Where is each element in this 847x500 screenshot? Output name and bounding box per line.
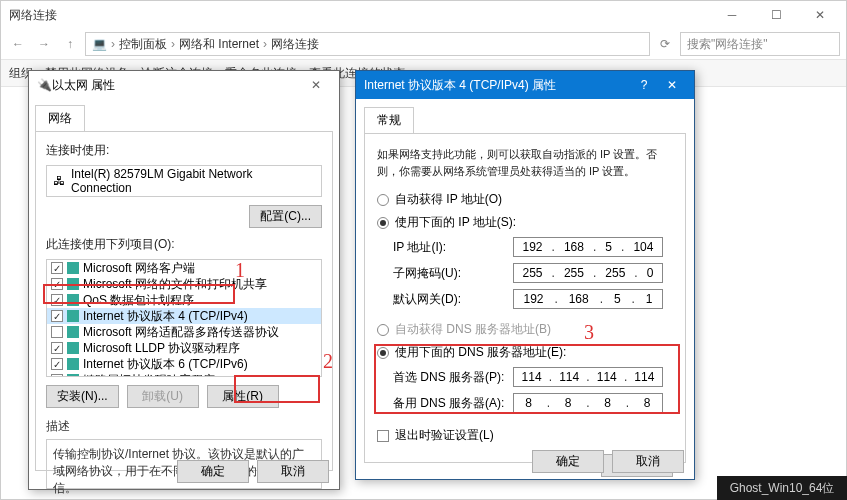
nav-up-icon[interactable]: ↑ bbox=[59, 33, 81, 55]
ethernet-icon: 🔌 bbox=[37, 78, 52, 92]
list-item-label: Internet 协议版本 6 (TCP/IPv6) bbox=[83, 356, 248, 373]
protocol-icon bbox=[67, 374, 79, 377]
configure-button[interactable]: 配置(C)... bbox=[249, 205, 322, 228]
description-label: 描述 bbox=[46, 418, 322, 435]
mask-input[interactable]: 255.255.255.0 bbox=[513, 263, 663, 283]
radio-manual-ip[interactable]: 使用下面的 IP 地址(S): bbox=[377, 214, 673, 231]
list-item-label: Microsoft 网络适配器多路传送器协议 bbox=[83, 324, 279, 341]
adns-label: 备用 DNS 服务器(A): bbox=[393, 395, 513, 412]
dialog-title: 以太网 属性 bbox=[52, 77, 301, 94]
window-title: 网络连接 bbox=[5, 7, 710, 24]
cancel-button[interactable]: 取消 bbox=[257, 460, 329, 483]
protocol-icon bbox=[67, 294, 79, 306]
network-icon: 💻 bbox=[92, 37, 107, 51]
maximize-button[interactable]: ☐ bbox=[754, 1, 798, 29]
checkbox-icon[interactable]: ✓ bbox=[51, 262, 63, 274]
list-item[interactable]: ✓Microsoft 网络的文件和打印机共享 bbox=[47, 276, 321, 292]
dialog-titlebar: 🔌 以太网 属性 ✕ bbox=[29, 71, 339, 99]
protocol-icon bbox=[67, 326, 79, 338]
checkbox-icon[interactable]: ✓ bbox=[51, 278, 63, 290]
list-item-label: Microsoft 网络客户端 bbox=[83, 260, 195, 277]
list-item-label: Internet 协议版本 4 (TCP/IPv4) bbox=[83, 308, 248, 325]
adns-input[interactable]: 8.8.8.8 bbox=[513, 393, 663, 413]
list-item[interactable]: ✓链路层拓扑发现响应程序 bbox=[47, 372, 321, 377]
checkbox-icon[interactable]: ✓ bbox=[51, 374, 63, 377]
gw-input[interactable]: 192.168.5.1 bbox=[513, 289, 663, 309]
connect-using-label: 连接时使用: bbox=[46, 142, 322, 159]
breadcrumb[interactable]: 💻 › 控制面板 › 网络和 Internet › 网络连接 bbox=[85, 32, 650, 56]
dialog-title: Internet 协议版本 4 (TCP/IPv4) 属性 bbox=[364, 77, 630, 94]
checkbox-icon[interactable]: ✓ bbox=[51, 342, 63, 354]
checkbox-icon[interactable]: ✓ bbox=[51, 294, 63, 306]
list-item[interactable]: Microsoft 网络适配器多路传送器协议 bbox=[47, 324, 321, 340]
help-icon[interactable]: ? bbox=[630, 78, 658, 92]
cancel-button[interactable]: 取消 bbox=[612, 450, 684, 473]
nav-forward-icon[interactable]: → bbox=[33, 33, 55, 55]
list-item-label: QoS 数据包计划程序 bbox=[83, 292, 194, 309]
close-icon[interactable]: ✕ bbox=[301, 78, 331, 92]
list-item[interactable]: ✓Microsoft LLDP 协议驱动程序 bbox=[47, 340, 321, 356]
checkbox-icon[interactable]: ✓ bbox=[51, 310, 63, 322]
protocol-icon bbox=[67, 262, 79, 274]
nav-back-icon[interactable]: ← bbox=[7, 33, 29, 55]
ethernet-properties-dialog: 🔌 以太网 属性 ✕ 网络 连接时使用: 🖧 Intel(R) 82579LM … bbox=[28, 70, 340, 490]
tab-general[interactable]: 常规 bbox=[364, 107, 414, 133]
search-input[interactable]: 搜索"网络连接" bbox=[680, 32, 840, 56]
list-item-label: Microsoft LLDP 协议驱动程序 bbox=[83, 340, 240, 357]
nic-field: 🖧 Intel(R) 82579LM Gigabit Network Conne… bbox=[46, 165, 322, 197]
protocol-icon bbox=[67, 358, 79, 370]
list-item[interactable]: ✓QoS 数据包计划程序 bbox=[47, 292, 321, 308]
pdns-label: 首选 DNS 服务器(P): bbox=[393, 369, 513, 386]
list-item-label: Microsoft 网络的文件和打印机共享 bbox=[83, 276, 267, 293]
validate-checkbox[interactable]: 退出时验证设置(L) bbox=[377, 427, 673, 444]
pdns-input[interactable]: 114.114.114.114 bbox=[513, 367, 663, 387]
protocol-icon bbox=[67, 310, 79, 322]
help-text: 如果网络支持此功能，则可以获取自动指派的 IP 设置。否则，你需要从网络系统管理… bbox=[377, 146, 673, 179]
radio-auto-ip[interactable]: 自动获得 IP 地址(O) bbox=[377, 191, 673, 208]
close-icon[interactable]: ✕ bbox=[658, 78, 686, 92]
refresh-icon[interactable]: ⟳ bbox=[654, 33, 676, 55]
gw-label: 默认网关(D): bbox=[393, 291, 513, 308]
list-item[interactable]: ✓Microsoft 网络客户端 bbox=[47, 260, 321, 276]
taskbar-fragment: Ghost_Win10_64位 bbox=[717, 476, 847, 500]
checkbox-icon[interactable]: ✓ bbox=[51, 358, 63, 370]
uninstall-button: 卸载(U) bbox=[127, 385, 199, 408]
list-item[interactable]: ✓Internet 协议版本 6 (TCP/IPv6) bbox=[47, 356, 321, 372]
items-label: 此连接使用下列项目(O): bbox=[46, 236, 322, 253]
minimize-button[interactable]: ─ bbox=[710, 1, 754, 29]
properties-button[interactable]: 属性(R) bbox=[207, 385, 279, 408]
tab-network[interactable]: 网络 bbox=[35, 105, 85, 131]
address-bar: ← → ↑ 💻 › 控制面板 › 网络和 Internet › 网络连接 ⟳ 搜… bbox=[1, 29, 846, 59]
ok-button[interactable]: 确定 bbox=[177, 460, 249, 483]
ipv4-properties-dialog: Internet 协议版本 4 (TCP/IPv4) 属性 ? ✕ 常规 如果网… bbox=[355, 70, 695, 480]
list-item[interactable]: ✓Internet 协议版本 4 (TCP/IPv4) bbox=[47, 308, 321, 324]
protocol-list[interactable]: ✓Microsoft 网络客户端✓Microsoft 网络的文件和打印机共享✓Q… bbox=[46, 259, 322, 377]
list-item-label: 链路层拓扑发现响应程序 bbox=[83, 372, 215, 378]
nic-name: Intel(R) 82579LM Gigabit Network Connect… bbox=[71, 167, 315, 195]
checkbox-icon[interactable] bbox=[51, 326, 63, 338]
mask-label: 子网掩码(U): bbox=[393, 265, 513, 282]
protocol-icon bbox=[67, 342, 79, 354]
explorer-titlebar: 网络连接 ─ ☐ ✕ bbox=[1, 1, 846, 29]
nic-icon: 🖧 bbox=[53, 174, 65, 188]
ok-button[interactable]: 确定 bbox=[532, 450, 604, 473]
radio-manual-dns[interactable]: 使用下面的 DNS 服务器地址(E): bbox=[377, 344, 673, 361]
install-button[interactable]: 安装(N)... bbox=[46, 385, 119, 408]
protocol-icon bbox=[67, 278, 79, 290]
ip-input[interactable]: 192.168.5.104 bbox=[513, 237, 663, 257]
dialog-titlebar: Internet 协议版本 4 (TCP/IPv4) 属性 ? ✕ bbox=[356, 71, 694, 99]
radio-auto-dns: 自动获得 DNS 服务器地址(B) bbox=[377, 321, 673, 338]
close-button[interactable]: ✕ bbox=[798, 1, 842, 29]
ip-label: IP 地址(I): bbox=[393, 239, 513, 256]
